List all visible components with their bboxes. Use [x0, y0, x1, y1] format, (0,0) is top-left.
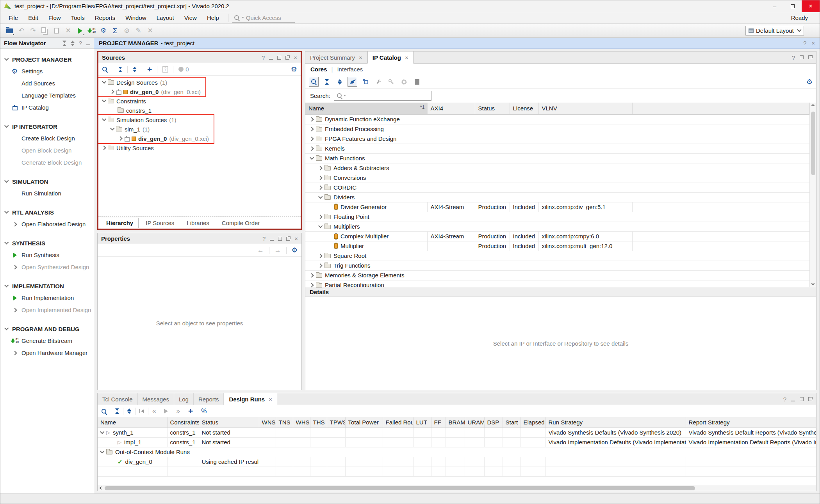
gear-icon[interactable]: ⚙ — [806, 78, 813, 86]
column-header-elapsed[interactable]: Elapsed — [521, 417, 545, 428]
scroll-up-icon[interactable] — [811, 104, 815, 107]
minimize-panel-icon[interactable] — [270, 240, 274, 241]
flow-item-language-templates[interactable]: Language Templates — [0, 89, 94, 101]
close-icon[interactable]: × — [405, 54, 408, 61]
flow-item-settings[interactable]: ⚙Settings — [0, 65, 94, 77]
ip-core-multiplier[interactable]: Multiplier Production Included xilinx.co… — [305, 241, 809, 251]
ip-category-kernels[interactable]: Kernels — [305, 144, 809, 153]
tab-log[interactable]: Log — [174, 393, 194, 405]
column-header-uram[interactable]: URAM — [465, 417, 484, 428]
gear-icon[interactable]: ⚙ — [292, 246, 298, 254]
menu-help[interactable]: Help — [202, 13, 224, 23]
column-header-license[interactable]: License — [510, 103, 538, 114]
column-header-constraints[interactable]: Constraints — [167, 417, 199, 428]
column-header-axi4[interactable]: AXI4 — [427, 103, 475, 114]
column-header-ths[interactable]: THS — [310, 417, 327, 428]
minimize-panel-icon[interactable] — [269, 59, 273, 60]
maximize-panel-icon[interactable] — [800, 55, 804, 59]
disabled-tool-button-1[interactable]: ⊘ — [121, 25, 132, 36]
percent-icon[interactable]: % — [201, 408, 207, 415]
menu-reports[interactable]: Reports — [90, 13, 121, 23]
ip-category-memories-storage-elements[interactable]: Memories & Storage Elements — [305, 270, 809, 280]
first-run-icon[interactable] — [139, 409, 144, 413]
collapse-all-icon[interactable] — [322, 77, 332, 87]
vertical-scrollbar[interactable] — [809, 103, 816, 287]
ip-category-dividers[interactable]: Dividers — [305, 192, 809, 202]
subtab-interfaces[interactable]: Interfaces — [337, 66, 363, 73]
source-item-constrs-1[interactable]: constrs_1 — [98, 106, 159, 115]
disabled-tool-button-3[interactable]: ✕ — [145, 25, 155, 36]
tab-design-runs[interactable]: Design Runs× — [224, 393, 277, 405]
source-item-div-gen-0[interactable]: div_gen_0 (div_gen_0.xci) — [98, 87, 205, 96]
column-header-dsp[interactable]: DSP — [484, 417, 503, 428]
redo-button[interactable]: ↷ — [28, 25, 38, 36]
scrollbar-thumb[interactable] — [811, 112, 815, 175]
close-icon[interactable]: × — [802, 0, 820, 12]
column-header-total-power[interactable]: Total Power — [345, 417, 383, 428]
forward-icon[interactable]: → — [275, 247, 281, 254]
expand-all-icon[interactable] — [335, 77, 344, 87]
copy-button[interactable] — [39, 25, 50, 36]
collapse-all-icon[interactable] — [118, 67, 122, 72]
close-icon[interactable]: × — [294, 54, 297, 61]
menu-edit[interactable]: Edit — [23, 13, 43, 23]
flow-section-header-synthesis[interactable]: SYNTHESIS — [0, 237, 94, 249]
flow-section-header-implementation[interactable]: IMPLEMENTATION — [0, 280, 94, 292]
run-row-div-gen-0[interactable]: ✓div_gen_0 Using cached IP results — [98, 457, 816, 467]
collapse-all-icon[interactable] — [62, 41, 66, 46]
tab-messages[interactable]: Messages — [138, 393, 174, 405]
help-icon[interactable]: ? — [262, 235, 266, 242]
close-icon[interactable]: × — [294, 235, 298, 242]
flow-section-header-project-manager[interactable]: PROJECT MANAGER — [0, 53, 94, 65]
help-icon[interactable]: ? — [783, 396, 786, 403]
column-header-report-strategy[interactable]: Report Strategy — [686, 417, 816, 428]
menu-tools[interactable]: Tools — [66, 13, 90, 23]
ip-category-math-functions[interactable]: Math Functions — [305, 153, 809, 163]
maximize-icon[interactable] — [784, 0, 802, 12]
menu-flow[interactable]: Flow — [43, 13, 66, 23]
menu-file[interactable]: File — [4, 13, 23, 23]
ip-core-complex-multiplier[interactable]: Complex Multiplier AXI4-Stream Productio… — [305, 231, 809, 241]
maximize-panel-icon[interactable] — [278, 237, 282, 241]
report-summary-button[interactable]: Σ — [110, 25, 120, 36]
quick-access-input[interactable]: Quick Access — [232, 13, 295, 23]
flow-item-run-synthesis[interactable]: Run Synthesis — [0, 249, 94, 261]
open-project-button[interactable] — [4, 25, 15, 36]
column-header-status[interactable]: Status — [475, 103, 510, 114]
search-icon[interactable] — [102, 66, 108, 72]
license-icon[interactable] — [386, 77, 396, 87]
minimize-panel-icon[interactable] — [791, 401, 795, 401]
column-header-status[interactable]: Status — [199, 417, 259, 428]
float-panel-icon[interactable] — [285, 56, 289, 60]
repository-icon[interactable] — [412, 77, 422, 87]
close-icon[interactable]: × — [269, 396, 272, 403]
source-item-simulation-sources[interactable]: Simulation Sources (1) — [98, 115, 214, 124]
generate-bitstream-button[interactable]: 0110 — [86, 25, 97, 36]
flow-section-header-simulation[interactable]: SIMULATION — [0, 176, 94, 187]
flow-item-ip-catalog[interactable]: IP Catalog — [0, 101, 94, 114]
scroll-left-icon[interactable] — [100, 486, 103, 490]
tab-ip-sources[interactable]: IP Sources — [140, 218, 180, 228]
search-icon[interactable] — [309, 77, 319, 87]
column-header-bram[interactable]: BRAM — [446, 417, 465, 428]
source-item-design-sources[interactable]: Design Sources (1) — [98, 78, 205, 87]
column-header-start[interactable]: Start — [503, 417, 521, 428]
ip-category-conversions[interactable]: Conversions — [305, 173, 809, 183]
run-row-synth-1[interactable]: ▷synth_1 constrs_1 Not started Vivado Sy… — [98, 428, 816, 437]
column-header-whs[interactable]: WHS — [293, 417, 310, 428]
tab-ip-catalog[interactable]: IP Catalog× — [367, 51, 414, 64]
tab-libraries[interactable]: Libraries — [181, 218, 215, 228]
flow-item-open-synthesized-design[interactable]: Open Synthesized Design — [0, 261, 94, 273]
search-icon[interactable] — [101, 408, 107, 414]
ip-category-square-root[interactable]: Square Root — [305, 251, 809, 261]
flow-item-open-elaborated-design[interactable]: Open Elaborated Design — [0, 218, 94, 230]
delete-button[interactable]: ✕ — [63, 25, 73, 36]
customize-ip-icon[interactable] — [373, 77, 383, 87]
source-item-constraints[interactable]: Constraints — [98, 96, 159, 106]
flow-item-open-hardware-manager[interactable]: Open Hardware Manager — [0, 347, 94, 359]
flow-item-generate-block-design[interactable]: Generate Block Design — [0, 156, 94, 169]
ip-search-input[interactable] — [334, 91, 431, 101]
scrollbar-thumb[interactable] — [105, 486, 695, 490]
expand-all-icon[interactable] — [71, 41, 75, 46]
menu-view[interactable]: View — [179, 13, 202, 23]
